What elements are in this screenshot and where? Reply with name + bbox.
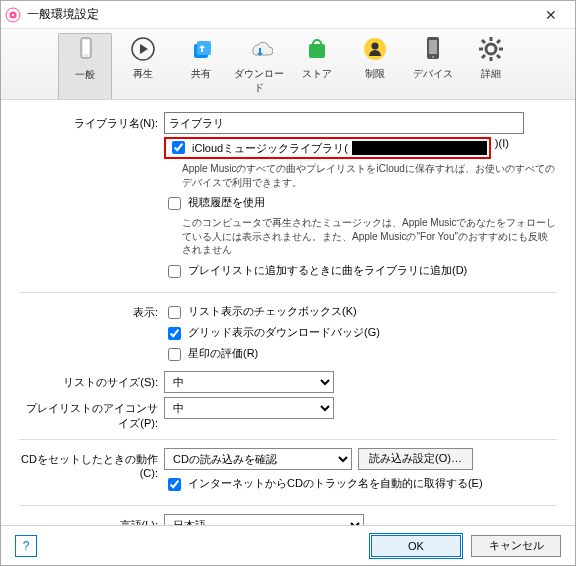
- tab-label: 再生: [116, 67, 170, 81]
- tab-playback[interactable]: 再生: [116, 33, 170, 99]
- tab-devices[interactable]: デバイス: [406, 33, 460, 99]
- library-name-input[interactable]: [164, 112, 524, 134]
- tab-label: デバイス: [406, 67, 460, 81]
- import-settings-button[interactable]: 読み込み設定(O)…: [358, 448, 473, 470]
- svg-line-21: [497, 55, 500, 58]
- toolbar: 一般 再生 共有 ダウンロード ストア 制限 デバイス 詳細: [1, 29, 575, 100]
- tab-label: 共有: [174, 67, 228, 81]
- svg-point-14: [432, 56, 434, 58]
- svg-point-2: [12, 13, 14, 15]
- store-icon: [290, 33, 344, 65]
- playlist-add-checkbox[interactable]: [168, 265, 181, 278]
- svg-point-15: [486, 44, 496, 54]
- tab-sharing[interactable]: 共有: [174, 33, 228, 99]
- tab-download[interactable]: ダウンロード: [232, 33, 286, 99]
- share-icon: [174, 33, 228, 65]
- list-checkbox-option[interactable]: [168, 306, 181, 319]
- list-size-label: リストのサイズ(S):: [19, 371, 164, 390]
- internet-track-label: インターネットからCDのトラック名を自動的に取得する(E): [188, 476, 483, 491]
- svg-line-23: [497, 40, 500, 43]
- svg-line-22: [482, 55, 485, 58]
- device-icon: [406, 33, 460, 65]
- icloud-music-label: iCloudミュージックライブラリ(: [192, 141, 348, 156]
- play-icon: [116, 33, 170, 65]
- list-checkbox-label: リスト表示のチェックボックス(K): [188, 304, 357, 319]
- tab-label: ストア: [290, 67, 344, 81]
- history-checkbox[interactable]: [168, 197, 181, 210]
- star-rating-option[interactable]: [168, 348, 181, 361]
- star-rating-label: 星印の評価(R): [188, 346, 258, 361]
- icloud-music-checkbox[interactable]: [172, 141, 185, 154]
- grid-badge-option[interactable]: [168, 327, 181, 340]
- body: ライブラリ名(N): iCloudミュージックライブラリ( )(I) Apple…: [1, 100, 575, 525]
- tab-general[interactable]: 一般: [58, 33, 112, 99]
- window-title: 一般環境設定: [27, 6, 531, 23]
- history-desc: このコンピュータで再生されたミュージックは、Apple Musicであなたをフォ…: [164, 216, 557, 257]
- icloud-desc: Apple Musicのすべての曲やプレイリストをiCloudに保存すれば、お使…: [164, 162, 557, 189]
- tab-label: ダウンロード: [232, 67, 286, 95]
- list-size-select[interactable]: 中: [164, 371, 334, 393]
- gear-icon: [464, 33, 518, 65]
- itunes-icon: [5, 7, 21, 23]
- cd-action-label: CDをセットしたときの動作(C):: [19, 448, 164, 479]
- svg-line-20: [482, 40, 485, 43]
- icloud-highlight: iCloudミュージックライブラリ(: [164, 137, 491, 159]
- display-label: 表示:: [19, 301, 164, 320]
- preferences-window: 一般環境設定 ✕ 一般 再生 共有 ダウンロード ストア 制限 デ: [0, 0, 576, 566]
- language-select[interactable]: 日本語: [164, 514, 364, 526]
- icloud-suffix: )(I): [495, 137, 509, 149]
- grid-badge-label: グリッド表示のダウンロードバッジ(G): [188, 325, 380, 340]
- tab-label: 一般: [59, 68, 111, 82]
- cancel-button[interactable]: キャンセル: [471, 535, 561, 557]
- tab-label: 制限: [348, 67, 402, 81]
- internet-track-checkbox[interactable]: [168, 478, 181, 491]
- cloud-download-icon: [232, 33, 286, 65]
- cd-action-select[interactable]: CDの読み込みを確認: [164, 448, 352, 470]
- tab-label: 詳細: [464, 67, 518, 81]
- tab-store[interactable]: ストア: [290, 33, 344, 99]
- help-button[interactable]: ?: [15, 535, 37, 557]
- tab-advanced[interactable]: 詳細: [464, 33, 518, 99]
- history-label: 視聴履歴を使用: [188, 195, 265, 210]
- svg-rect-13: [429, 40, 437, 54]
- playlist-add-label: プレイリストに追加するときに曲をライブラリに追加(D): [188, 263, 467, 278]
- general-icon: [59, 34, 111, 66]
- footer: ? OK キャンセル: [1, 525, 575, 565]
- playlist-icon-size-select[interactable]: 中: [164, 397, 334, 419]
- close-button[interactable]: ✕: [531, 7, 571, 23]
- playlist-icon-size-label: プレイリストのアイコンサイズ(P):: [19, 397, 164, 431]
- redacted-bar: [352, 141, 487, 155]
- restrict-icon: [348, 33, 402, 65]
- titlebar: 一般環境設定 ✕: [1, 1, 575, 29]
- svg-point-11: [372, 43, 379, 50]
- language-label: 言語(L):: [19, 514, 164, 526]
- svg-marker-6: [140, 44, 148, 54]
- svg-rect-4: [83, 40, 89, 54]
- svg-rect-9: [309, 44, 325, 58]
- library-name-label: ライブラリ名(N):: [19, 112, 164, 131]
- ok-button[interactable]: OK: [371, 535, 461, 557]
- tab-restrictions[interactable]: 制限: [348, 33, 402, 99]
